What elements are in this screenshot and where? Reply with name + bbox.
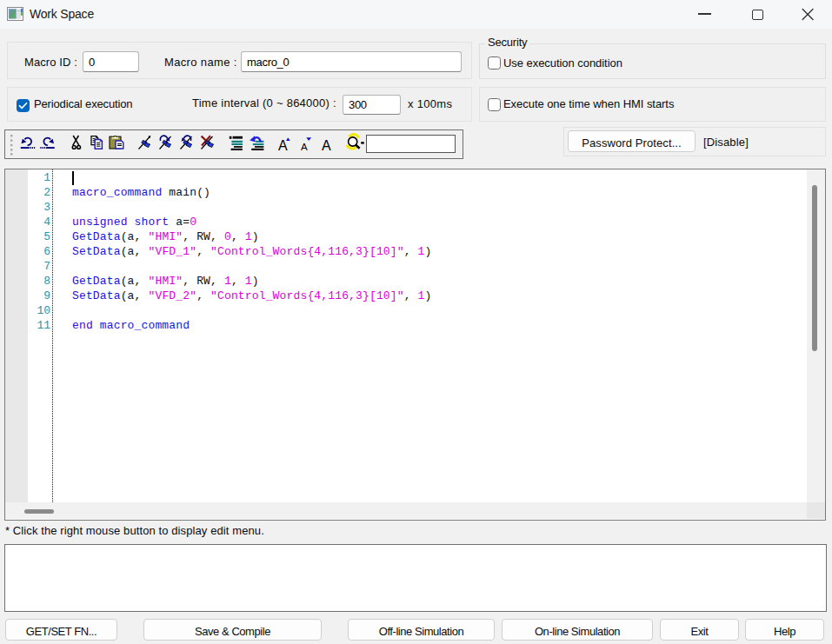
svg-text:A: A <box>301 142 308 151</box>
svg-text:A: A <box>322 138 331 151</box>
svg-text:A: A <box>278 138 288 151</box>
